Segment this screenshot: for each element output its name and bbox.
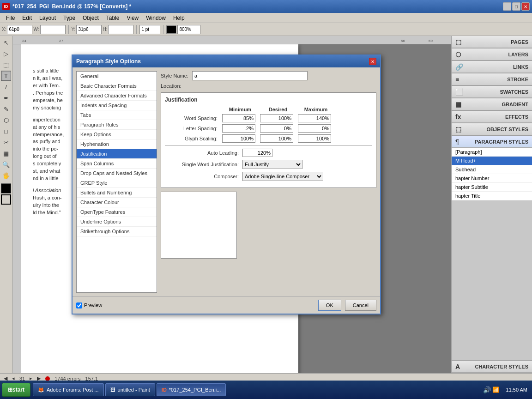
nav-keep-options[interactable]: Keep Options <box>77 130 157 139</box>
glyph-scaling-max[interactable] <box>298 134 331 143</box>
start-button[interactable]: ⊞ start <box>2 383 30 397</box>
nav-para-rules[interactable]: Paragraph Rules <box>77 120 157 130</box>
taskbar-adobe-forums[interactable]: 🦊 Adobe Forums: Post ... <box>33 383 104 396</box>
tray-icon-1: 🔊 <box>483 386 491 393</box>
grid-header-minimum: Minimum <box>222 107 258 112</box>
glyph-scaling-row: Glyph Scaling: <box>165 134 372 143</box>
footer-buttons: OK Cancel <box>318 300 376 311</box>
nav-grep-style[interactable]: GREP Style <box>77 178 157 188</box>
auto-leading-input[interactable] <box>242 149 272 157</box>
single-word-label: Single Word Justification: <box>165 162 239 167</box>
taskbar-indesign[interactable]: ID *017_254_PGI_Ben.i... <box>157 383 226 396</box>
nav-advanced-char[interactable]: Advanced Character Formats <box>77 91 157 101</box>
preview-label: Preview <box>84 302 102 308</box>
nav-drop-caps[interactable]: Drop Caps and Nested Styles <box>77 169 157 178</box>
glyph-scaling-desired[interactable] <box>260 134 293 143</box>
word-spacing-min[interactable] <box>222 114 255 122</box>
taskbar: ⊞ start 🦊 Adobe Forums: Post ... 🖼 untit… <box>0 381 532 399</box>
paragraph-style-dialog: Paragraph Style Options ✕ General Basic … <box>72 54 381 314</box>
nav-hyphenation[interactable]: Hyphenation <box>77 139 157 149</box>
cancel-button[interactable]: Cancel <box>345 300 376 311</box>
nav-char-color[interactable]: Character Colour <box>77 198 157 207</box>
start-label: start <box>12 387 24 393</box>
single-word-select[interactable]: Full Justify Left Justify Right Justify … <box>242 160 302 169</box>
letter-spacing-label: Letter Spacing: <box>165 126 220 131</box>
nav-tabs[interactable]: Tabs <box>77 110 157 120</box>
nav-opentype[interactable]: OpenType Features <box>77 207 157 217</box>
taskbar-clock: 11:50 AM <box>502 387 532 393</box>
dialog-overlay: Paragraph Style Options ✕ General Basic … <box>0 0 532 381</box>
composer-select[interactable]: Adobe Single-line Composer Adobe Paragra… <box>242 172 323 181</box>
taskbar-item-label-3: *017_254_PGI_Ben.i... <box>169 387 221 393</box>
nav-justification[interactable]: Justification <box>77 149 157 159</box>
word-spacing-desired[interactable] <box>260 114 293 122</box>
taskbar-items: 🦊 Adobe Forums: Post ... 🖼 untitled - Pa… <box>30 383 481 396</box>
firefox-icon: 🦊 <box>38 387 44 393</box>
style-name-label: Style Name: <box>161 73 188 79</box>
single-word-row: Single Word Justification: Full Justify … <box>165 160 372 169</box>
grid-headers-row: Minimum Desired Maximum <box>165 107 372 112</box>
justification-section: Justification Minimum Desired Maximum Wo… <box>161 92 376 188</box>
word-spacing-max[interactable] <box>298 114 331 122</box>
nav-span-cols[interactable]: Span Columns <box>77 159 157 169</box>
style-name-row: Style Name: <box>161 71 376 80</box>
nav-strikethrough[interactable]: Strikethrough Options <box>77 227 157 236</box>
grid-header-maximum: Maximum <box>298 107 334 112</box>
letter-spacing-max[interactable] <box>298 124 331 133</box>
preview-box <box>161 192 237 259</box>
location-label: Location: <box>161 83 181 89</box>
paint-icon: 🖼 <box>110 387 115 393</box>
auto-leading-row: Auto Leading: <box>165 149 372 157</box>
tray-icon-2: 📶 <box>492 387 499 393</box>
letter-spacing-row: Letter Spacing: <box>165 124 372 133</box>
app-window: ID *017_254_PGI_Ben.indd @ 157% [Convert… <box>0 0 532 381</box>
glyph-scaling-label: Glyph Scaling: <box>165 136 220 141</box>
taskbar-item-label-1: Adobe Forums: Post ... <box>47 387 99 393</box>
nav-bullets[interactable]: Bullets and Numbering <box>77 188 157 198</box>
dialog-title-text: Paragraph Style Options <box>76 58 141 65</box>
auto-leading-label: Auto Leading: <box>165 150 239 156</box>
taskbar-item-label-2: untitled - Paint <box>118 387 150 393</box>
start-icon: ⊞ <box>8 387 12 393</box>
dialog-close-button[interactable]: ✕ <box>369 58 376 65</box>
composer-row: Composer: Adobe Single-line Composer Ado… <box>165 172 372 181</box>
ok-button[interactable]: OK <box>318 300 341 311</box>
dialog-body: General Basic Character Formats Advanced… <box>73 67 380 296</box>
dialog-title-bar: Paragraph Style Options ✕ <box>73 55 380 67</box>
dialog-footer: Preview OK Cancel <box>73 296 380 314</box>
grid-header-desired: Desired <box>260 107 296 112</box>
justification-title: Justification <box>165 97 372 103</box>
grid-header-empty <box>165 107 220 112</box>
word-spacing-label: Word Spacing: <box>165 115 220 121</box>
glyph-scaling-min[interactable] <box>222 134 255 143</box>
dialog-nav-list: General Basic Character Formats Advanced… <box>76 71 157 293</box>
word-spacing-row: Word Spacing: <box>165 114 372 122</box>
nav-basic-char[interactable]: Basic Character Formats <box>77 81 157 91</box>
letter-spacing-desired[interactable] <box>260 124 293 133</box>
divider-1 <box>165 145 372 146</box>
preview-checkbox[interactable] <box>76 302 82 308</box>
taskbar-tray: 🔊 📶 <box>481 386 502 393</box>
style-name-input[interactable] <box>192 71 308 80</box>
indesign-icon: ID <box>162 387 167 393</box>
letter-spacing-min[interactable] <box>222 124 255 133</box>
taskbar-paint[interactable]: 🖼 untitled - Paint <box>105 383 155 396</box>
nav-indents[interactable]: Indents and Spacing <box>77 101 157 110</box>
composer-label: Composer: <box>165 174 239 179</box>
nav-general[interactable]: General <box>77 72 157 81</box>
location-row: Location: <box>161 83 376 89</box>
dialog-nav-wrapper: General Basic Character Formats Advanced… <box>76 71 157 293</box>
preview-checkbox-row: Preview <box>76 302 102 308</box>
nav-underline[interactable]: Underline Options <box>77 217 157 227</box>
dialog-content-area: Style Name: Location: Justification Mini… <box>161 71 376 293</box>
